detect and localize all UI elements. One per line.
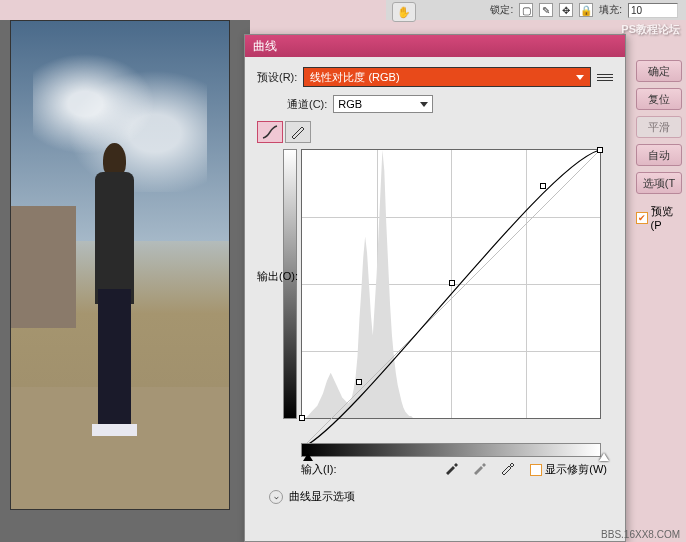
eyedropper-gray-button[interactable] (469, 459, 489, 477)
curve-point[interactable] (299, 415, 305, 421)
white-point-slider[interactable] (599, 453, 609, 461)
lock-all-icon[interactable]: 🔒 (579, 3, 593, 17)
curve-path (302, 150, 600, 448)
svg-line-0 (302, 150, 600, 448)
dialog-title-bar[interactable]: 曲线 (245, 35, 625, 57)
channel-label: 通道(C): (287, 97, 327, 112)
dialog-side-buttons: 确定 复位 平滑 自动 选项(T ✔ 预览(P (632, 56, 686, 235)
curve-editor[interactable]: 输出(O): 输入(I): (301, 149, 611, 439)
preview-checkbox[interactable]: ✔ (636, 212, 648, 224)
fill-value[interactable]: 10 (628, 3, 678, 18)
show-clipping-row[interactable]: 显示修剪(W) (530, 462, 607, 477)
cancel-button[interactable]: 复位 (636, 88, 682, 110)
lock-transparent-icon[interactable]: ▢ (519, 3, 533, 17)
canvas-area (0, 20, 250, 542)
preset-dropdown[interactable]: 线性对比度 (RGB) (303, 67, 591, 87)
channel-value: RGB (338, 98, 362, 110)
curve-point[interactable] (597, 147, 603, 153)
eyedropper-white-button[interactable] (497, 459, 517, 477)
preset-menu-icon[interactable] (597, 69, 613, 85)
smooth-button: 平滑 (636, 116, 682, 138)
pencil-tool-button[interactable] (285, 121, 311, 143)
options-button[interactable]: 选项(T (636, 172, 682, 194)
photo-preview[interactable] (10, 20, 230, 510)
preview-label: 预览(P (651, 204, 682, 231)
ok-button[interactable]: 确定 (636, 60, 682, 82)
curve-tool-icon (262, 125, 278, 139)
output-label: 输出(O): (257, 269, 298, 284)
black-point-slider[interactable] (303, 453, 313, 461)
curve-point[interactable] (540, 183, 546, 189)
curve-display-options-label: 曲线显示选项 (289, 489, 355, 504)
preview-checkbox-row[interactable]: ✔ 预览(P (636, 204, 682, 231)
show-clipping-checkbox[interactable] (530, 464, 542, 476)
auto-button[interactable]: 自动 (636, 144, 682, 166)
curves-dialog: 曲线 预设(R): 线性对比度 (RGB) 通道(C): RGB (244, 34, 626, 542)
dialog-title: 曲线 (253, 38, 277, 55)
watermark-top: PS教程论坛 (621, 22, 680, 37)
curve-point[interactable] (356, 379, 362, 385)
input-label: 输入(I): (301, 462, 336, 477)
output-gradient (283, 149, 297, 419)
layer-options-bar: 锁定: ▢ ✎ ✥ 🔒 填充: 10 (386, 0, 686, 20)
curve-display-options-row[interactable]: ⌵ 曲线显示选项 (257, 489, 613, 504)
curve-tool-button[interactable] (257, 121, 283, 143)
chevron-down-icon (576, 75, 584, 80)
input-gradient (301, 443, 601, 457)
watermark-bottom: BBS.16XX8.COM (601, 529, 680, 540)
curve-point[interactable] (449, 280, 455, 286)
expand-chevron-icon: ⌵ (269, 490, 283, 504)
eyedropper-black-button[interactable] (441, 459, 461, 477)
lock-position-icon[interactable]: ✥ (559, 3, 573, 17)
fill-label: 填充: (599, 3, 622, 17)
panel-tab-icon[interactable]: ✋ (392, 2, 416, 22)
preset-label: 预设(R): (257, 70, 297, 85)
eyedropper-group (441, 459, 517, 477)
lock-label: 锁定: (490, 3, 513, 17)
pencil-tool-icon (290, 125, 306, 139)
show-clipping-label: 显示修剪(W) (545, 462, 607, 477)
channel-dropdown[interactable]: RGB (333, 95, 433, 113)
curve-grid[interactable] (301, 149, 601, 419)
chevron-down-icon (420, 102, 428, 107)
lock-paint-icon[interactable]: ✎ (539, 3, 553, 17)
preset-value: 线性对比度 (RGB) (310, 70, 399, 85)
